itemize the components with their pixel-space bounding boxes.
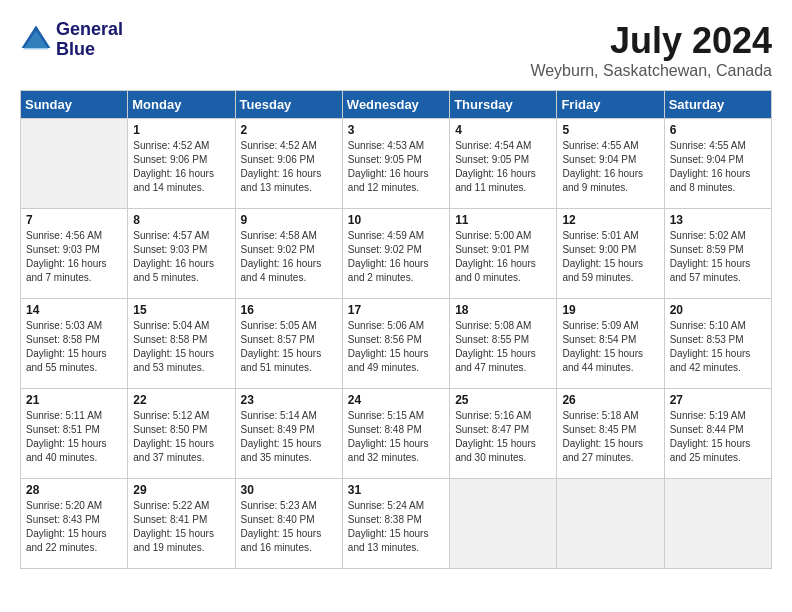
calendar-cell <box>664 479 771 569</box>
calendar-cell: 9Sunrise: 4:58 AM Sunset: 9:02 PM Daylig… <box>235 209 342 299</box>
calendar-cell: 14Sunrise: 5:03 AM Sunset: 8:58 PM Dayli… <box>21 299 128 389</box>
day-number: 27 <box>670 393 766 407</box>
calendar-cell: 8Sunrise: 4:57 AM Sunset: 9:03 PM Daylig… <box>128 209 235 299</box>
calendar-cell: 7Sunrise: 4:56 AM Sunset: 9:03 PM Daylig… <box>21 209 128 299</box>
day-number: 5 <box>562 123 658 137</box>
day-info: Sunrise: 5:19 AM Sunset: 8:44 PM Dayligh… <box>670 409 766 465</box>
day-number: 17 <box>348 303 444 317</box>
calendar-cell: 24Sunrise: 5:15 AM Sunset: 8:48 PM Dayli… <box>342 389 449 479</box>
weekday-header-cell: Tuesday <box>235 91 342 119</box>
day-info: Sunrise: 5:16 AM Sunset: 8:47 PM Dayligh… <box>455 409 551 465</box>
weekday-header-cell: Monday <box>128 91 235 119</box>
calendar: SundayMondayTuesdayWednesdayThursdayFrid… <box>20 90 772 569</box>
calendar-cell: 31Sunrise: 5:24 AM Sunset: 8:38 PM Dayli… <box>342 479 449 569</box>
day-number: 3 <box>348 123 444 137</box>
weekday-header-cell: Sunday <box>21 91 128 119</box>
calendar-cell: 19Sunrise: 5:09 AM Sunset: 8:54 PM Dayli… <box>557 299 664 389</box>
calendar-cell: 17Sunrise: 5:06 AM Sunset: 8:56 PM Dayli… <box>342 299 449 389</box>
day-number: 7 <box>26 213 122 227</box>
day-info: Sunrise: 5:14 AM Sunset: 8:49 PM Dayligh… <box>241 409 337 465</box>
day-info: Sunrise: 4:58 AM Sunset: 9:02 PM Dayligh… <box>241 229 337 285</box>
day-number: 6 <box>670 123 766 137</box>
calendar-cell: 11Sunrise: 5:00 AM Sunset: 9:01 PM Dayli… <box>450 209 557 299</box>
day-number: 31 <box>348 483 444 497</box>
day-number: 30 <box>241 483 337 497</box>
day-number: 18 <box>455 303 551 317</box>
day-info: Sunrise: 4:52 AM Sunset: 9:06 PM Dayligh… <box>241 139 337 195</box>
header: General Blue July 2024 Weyburn, Saskatch… <box>20 20 772 80</box>
logo-icon <box>20 24 52 56</box>
day-info: Sunrise: 5:22 AM Sunset: 8:41 PM Dayligh… <box>133 499 229 555</box>
logo-text: General Blue <box>56 20 123 60</box>
day-number: 12 <box>562 213 658 227</box>
calendar-cell: 26Sunrise: 5:18 AM Sunset: 8:45 PM Dayli… <box>557 389 664 479</box>
day-info: Sunrise: 5:10 AM Sunset: 8:53 PM Dayligh… <box>670 319 766 375</box>
day-info: Sunrise: 5:12 AM Sunset: 8:50 PM Dayligh… <box>133 409 229 465</box>
calendar-cell: 13Sunrise: 5:02 AM Sunset: 8:59 PM Dayli… <box>664 209 771 299</box>
day-info: Sunrise: 5:08 AM Sunset: 8:55 PM Dayligh… <box>455 319 551 375</box>
day-number: 25 <box>455 393 551 407</box>
calendar-cell: 28Sunrise: 5:20 AM Sunset: 8:43 PM Dayli… <box>21 479 128 569</box>
calendar-cell: 29Sunrise: 5:22 AM Sunset: 8:41 PM Dayli… <box>128 479 235 569</box>
day-number: 22 <box>133 393 229 407</box>
day-number: 26 <box>562 393 658 407</box>
day-info: Sunrise: 5:09 AM Sunset: 8:54 PM Dayligh… <box>562 319 658 375</box>
calendar-cell: 21Sunrise: 5:11 AM Sunset: 8:51 PM Dayli… <box>21 389 128 479</box>
day-info: Sunrise: 5:03 AM Sunset: 8:58 PM Dayligh… <box>26 319 122 375</box>
main-title: July 2024 <box>530 20 772 62</box>
day-number: 16 <box>241 303 337 317</box>
weekday-header-row: SundayMondayTuesdayWednesdayThursdayFrid… <box>21 91 772 119</box>
calendar-cell: 20Sunrise: 5:10 AM Sunset: 8:53 PM Dayli… <box>664 299 771 389</box>
calendar-cell: 30Sunrise: 5:23 AM Sunset: 8:40 PM Dayli… <box>235 479 342 569</box>
calendar-cell: 5Sunrise: 4:55 AM Sunset: 9:04 PM Daylig… <box>557 119 664 209</box>
day-info: Sunrise: 5:02 AM Sunset: 8:59 PM Dayligh… <box>670 229 766 285</box>
day-info: Sunrise: 5:18 AM Sunset: 8:45 PM Dayligh… <box>562 409 658 465</box>
calendar-week-row: 14Sunrise: 5:03 AM Sunset: 8:58 PM Dayli… <box>21 299 772 389</box>
day-number: 29 <box>133 483 229 497</box>
subtitle: Weyburn, Saskatchewan, Canada <box>530 62 772 80</box>
day-number: 23 <box>241 393 337 407</box>
day-info: Sunrise: 5:11 AM Sunset: 8:51 PM Dayligh… <box>26 409 122 465</box>
day-info: Sunrise: 4:59 AM Sunset: 9:02 PM Dayligh… <box>348 229 444 285</box>
day-number: 4 <box>455 123 551 137</box>
day-info: Sunrise: 5:15 AM Sunset: 8:48 PM Dayligh… <box>348 409 444 465</box>
day-number: 24 <box>348 393 444 407</box>
calendar-cell: 10Sunrise: 4:59 AM Sunset: 9:02 PM Dayli… <box>342 209 449 299</box>
day-info: Sunrise: 4:52 AM Sunset: 9:06 PM Dayligh… <box>133 139 229 195</box>
weekday-header-cell: Saturday <box>664 91 771 119</box>
calendar-cell: 6Sunrise: 4:55 AM Sunset: 9:04 PM Daylig… <box>664 119 771 209</box>
calendar-cell: 22Sunrise: 5:12 AM Sunset: 8:50 PM Dayli… <box>128 389 235 479</box>
day-info: Sunrise: 5:20 AM Sunset: 8:43 PM Dayligh… <box>26 499 122 555</box>
calendar-cell: 2Sunrise: 4:52 AM Sunset: 9:06 PM Daylig… <box>235 119 342 209</box>
day-number: 1 <box>133 123 229 137</box>
logo: General Blue <box>20 20 123 60</box>
day-number: 2 <box>241 123 337 137</box>
calendar-cell: 25Sunrise: 5:16 AM Sunset: 8:47 PM Dayli… <box>450 389 557 479</box>
day-number: 20 <box>670 303 766 317</box>
calendar-body: 1Sunrise: 4:52 AM Sunset: 9:06 PM Daylig… <box>21 119 772 569</box>
calendar-cell <box>21 119 128 209</box>
day-info: Sunrise: 5:01 AM Sunset: 9:00 PM Dayligh… <box>562 229 658 285</box>
calendar-week-row: 28Sunrise: 5:20 AM Sunset: 8:43 PM Dayli… <box>21 479 772 569</box>
day-number: 11 <box>455 213 551 227</box>
day-info: Sunrise: 5:00 AM Sunset: 9:01 PM Dayligh… <box>455 229 551 285</box>
day-info: Sunrise: 5:23 AM Sunset: 8:40 PM Dayligh… <box>241 499 337 555</box>
weekday-header-cell: Thursday <box>450 91 557 119</box>
day-number: 21 <box>26 393 122 407</box>
calendar-cell: 18Sunrise: 5:08 AM Sunset: 8:55 PM Dayli… <box>450 299 557 389</box>
calendar-cell: 1Sunrise: 4:52 AM Sunset: 9:06 PM Daylig… <box>128 119 235 209</box>
day-info: Sunrise: 5:04 AM Sunset: 8:58 PM Dayligh… <box>133 319 229 375</box>
calendar-week-row: 7Sunrise: 4:56 AM Sunset: 9:03 PM Daylig… <box>21 209 772 299</box>
calendar-week-row: 1Sunrise: 4:52 AM Sunset: 9:06 PM Daylig… <box>21 119 772 209</box>
day-info: Sunrise: 5:05 AM Sunset: 8:57 PM Dayligh… <box>241 319 337 375</box>
day-number: 10 <box>348 213 444 227</box>
weekday-header-cell: Wednesday <box>342 91 449 119</box>
day-number: 19 <box>562 303 658 317</box>
day-number: 13 <box>670 213 766 227</box>
calendar-cell: 27Sunrise: 5:19 AM Sunset: 8:44 PM Dayli… <box>664 389 771 479</box>
calendar-cell: 12Sunrise: 5:01 AM Sunset: 9:00 PM Dayli… <box>557 209 664 299</box>
day-info: Sunrise: 4:53 AM Sunset: 9:05 PM Dayligh… <box>348 139 444 195</box>
day-info: Sunrise: 5:24 AM Sunset: 8:38 PM Dayligh… <box>348 499 444 555</box>
calendar-cell: 23Sunrise: 5:14 AM Sunset: 8:49 PM Dayli… <box>235 389 342 479</box>
day-info: Sunrise: 4:56 AM Sunset: 9:03 PM Dayligh… <box>26 229 122 285</box>
